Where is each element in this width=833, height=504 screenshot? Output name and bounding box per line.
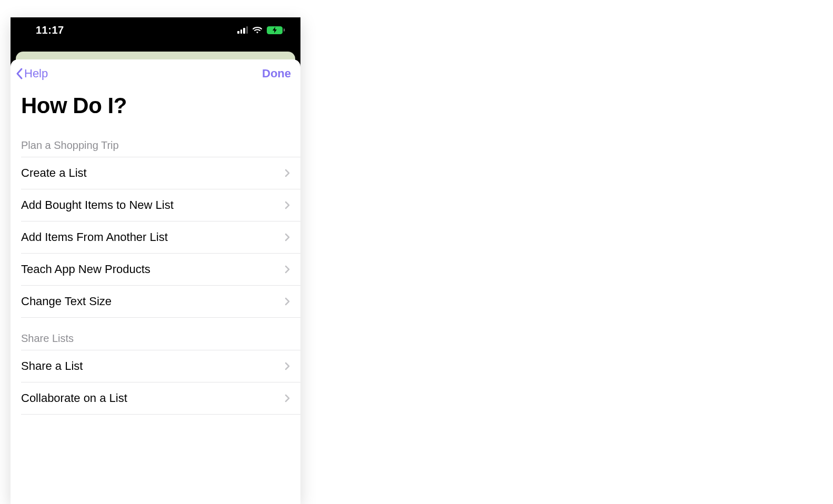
list-item-label: Add Bought Items to New List xyxy=(21,198,174,212)
help-item-create-list[interactable]: Create a List xyxy=(11,157,300,189)
help-item-add-from-another-list[interactable]: Add Items From Another List xyxy=(11,221,300,254)
chevron-right-icon xyxy=(285,265,290,274)
list-item-label: Create a List xyxy=(21,166,87,180)
chevron-right-icon xyxy=(285,394,290,402)
battery-icon xyxy=(267,26,285,34)
page-title: How Do I? xyxy=(11,85,300,131)
chevron-right-icon xyxy=(285,201,290,209)
back-label: Help xyxy=(24,67,48,80)
help-item-teach-new-products[interactable]: Teach App New Products xyxy=(11,254,300,286)
status-bar: 11:17 xyxy=(11,17,300,43)
section-share-lists: Share Lists Share a List Collaborate on … xyxy=(11,318,300,415)
done-button[interactable]: Done xyxy=(262,67,291,80)
help-item-collaborate-list[interactable]: Collaborate on a List xyxy=(11,382,300,415)
nav-bar: Help Done xyxy=(11,59,300,85)
phone-frame: 11:17 xyxy=(11,17,300,504)
list-item-label: Collaborate on a List xyxy=(21,391,127,405)
charging-bolt-icon xyxy=(272,27,277,33)
chevron-right-icon xyxy=(285,297,290,306)
help-sheet: Help Done How Do I? Plan a Shopping Trip… xyxy=(11,59,300,504)
section-header: Share Lists xyxy=(11,332,300,350)
chevron-right-icon xyxy=(285,362,290,370)
wifi-icon xyxy=(252,26,263,34)
back-button[interactable]: Help xyxy=(15,67,48,80)
status-time: 11:17 xyxy=(36,24,64,36)
status-icons xyxy=(237,26,285,34)
list-item-label: Share a List xyxy=(21,359,83,373)
help-sections: Plan a Shopping Trip Create a List Add B… xyxy=(11,131,300,504)
list-item-label: Add Items From Another List xyxy=(21,230,168,244)
section-plan-shopping-trip: Plan a Shopping Trip Create a List Add B… xyxy=(11,131,300,318)
help-item-add-bought-items[interactable]: Add Bought Items to New List xyxy=(11,189,300,221)
list-item-label: Teach App New Products xyxy=(21,263,150,276)
help-item-change-text-size[interactable]: Change Text Size xyxy=(11,286,300,318)
chevron-left-icon xyxy=(15,67,24,80)
chevron-right-icon xyxy=(285,169,290,177)
chevron-right-icon xyxy=(285,233,290,241)
section-header: Plan a Shopping Trip xyxy=(11,139,300,157)
help-item-share-list[interactable]: Share a List xyxy=(11,350,300,382)
cellular-icon xyxy=(237,26,248,34)
list-item-label: Change Text Size xyxy=(21,295,112,308)
